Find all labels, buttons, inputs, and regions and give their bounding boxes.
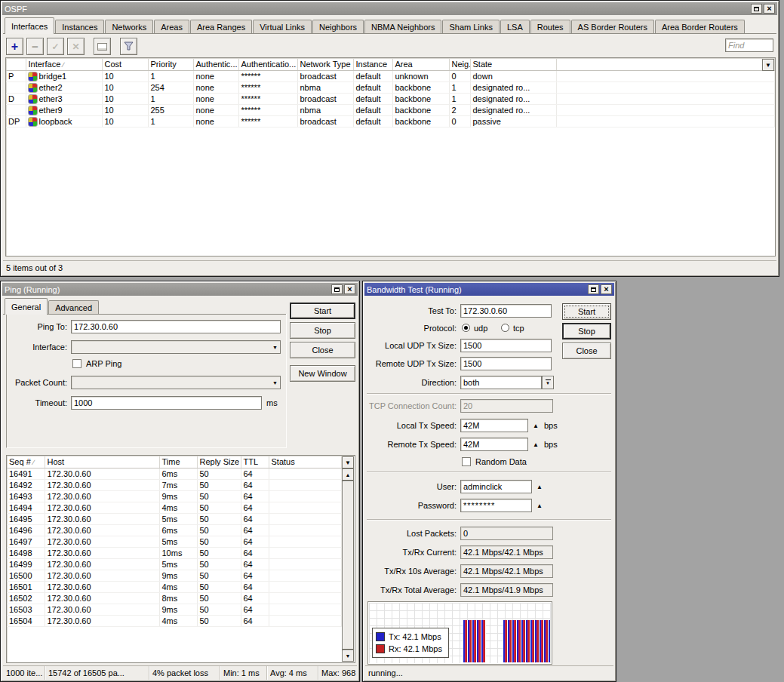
timeout-input[interactable]	[71, 396, 262, 410]
close-icon[interactable]: ×	[764, 4, 775, 14]
ping-titlebar[interactable]: Ping (Running) ×	[2, 283, 358, 296]
random-data-checkbox[interactable]	[462, 457, 471, 466]
test-to-input[interactable]	[460, 304, 552, 318]
tab-neighbors[interactable]: Neighbors	[312, 20, 364, 34]
stop-button[interactable]: Stop	[562, 323, 611, 339]
ospf-table-header[interactable]: Interface∕CostPriorityAuthentic...Authen…	[6, 58, 775, 70]
ospf-titlebar[interactable]: OSPF ×	[2, 2, 777, 15]
direction-dropdown-button[interactable]: ▼	[542, 376, 554, 389]
maximize-icon[interactable]	[588, 284, 599, 294]
ospf-header-filter-button[interactable]: ▼	[762, 59, 774, 71]
column-header[interactable]: Network Type	[297, 58, 353, 70]
close-icon[interactable]: ×	[344, 284, 355, 294]
tab-lsa[interactable]: LSA	[500, 20, 530, 34]
column-header[interactable]: Priority	[148, 58, 193, 70]
spin-up-icon[interactable]: ▲	[537, 484, 543, 490]
table-row[interactable]: ether910255none******nbmadefaultbackbone…	[6, 104, 775, 115]
protocol-udp-radio[interactable]	[462, 324, 470, 332]
scroll-down-button[interactable]: ▼	[342, 650, 354, 662]
scrollbar-thumb[interactable]	[342, 481, 354, 650]
remote-udp-size-input[interactable]	[460, 357, 552, 370]
disable-button[interactable]: ✕	[67, 38, 85, 55]
find-input[interactable]	[725, 38, 773, 52]
column-header[interactable]: Instance	[353, 58, 392, 70]
close-icon[interactable]: ×	[601, 284, 612, 294]
remote-tx-speed-input[interactable]	[460, 438, 528, 451]
packet-count-combo[interactable]: ▼	[71, 376, 281, 389]
table-row[interactable]: DPloopback101none******broadcastdefaultb…	[6, 115, 775, 127]
column-header[interactable]: Time	[159, 456, 197, 468]
filter-button[interactable]	[120, 38, 137, 55]
table-row[interactable]: 16497172.30.0.605ms5064	[7, 536, 343, 547]
ping-scrollbar[interactable]: ▲ ▼	[342, 468, 354, 662]
tab-nbma-neighbors[interactable]: NBMA Neighbors	[364, 20, 441, 34]
comment-button[interactable]	[94, 38, 111, 55]
ping-to-input[interactable]	[71, 320, 281, 333]
table-row[interactable]: 16493172.30.0.609ms5064	[7, 490, 343, 502]
maximize-icon[interactable]	[331, 284, 343, 294]
tab-instances[interactable]: Instances	[55, 20, 104, 34]
column-header[interactable]: Authentic...	[193, 58, 238, 70]
table-row[interactable]: 16494172.30.0.604ms5064	[7, 502, 343, 513]
table-row[interactable]: 16504172.30.0.604ms5064	[7, 615, 343, 626]
tab-virtual-links[interactable]: Virtual Links	[253, 20, 312, 34]
tab-area-ranges[interactable]: Area Ranges	[190, 20, 252, 34]
tab-routes[interactable]: Routes	[530, 20, 570, 34]
protocol-tcp-radio[interactable]	[501, 324, 509, 332]
tab-areas[interactable]: Areas	[154, 20, 189, 34]
column-header[interactable]: Status	[269, 456, 341, 468]
table-row[interactable]: ether210254none******nbmadefaultbackbone…	[6, 81, 775, 93]
tab-general[interactable]: General	[5, 298, 48, 315]
tab-area-border-routers[interactable]: Area Border Routers	[655, 20, 745, 34]
table-row[interactable]: 16496172.30.0.606ms5064	[7, 524, 343, 536]
table-row[interactable]: 16499172.30.0.605ms5064	[7, 558, 343, 570]
column-header[interactable]: Host	[45, 456, 159, 468]
local-udp-size-input[interactable]	[460, 339, 552, 352]
table-row[interactable]: 16500172.30.0.609ms5064	[7, 570, 343, 581]
column-header[interactable]: Cost	[102, 58, 148, 70]
column-header[interactable]: Reply Size	[197, 456, 241, 468]
column-header[interactable]: TTL	[241, 456, 269, 468]
column-header[interactable]: Authenticatio...	[238, 58, 297, 70]
tab-advanced[interactable]: Advanced	[48, 300, 99, 315]
tab-as-border-routers[interactable]: AS Border Routers	[571, 20, 654, 34]
spin-up-icon[interactable]: ▲	[533, 441, 539, 448]
table-row[interactable]: 16492172.30.0.607ms5064	[7, 479, 343, 490]
interface-combo[interactable]: ▼	[71, 340, 281, 354]
table-row[interactable]: Pbridge1101none******broadcastdefaultunk…	[6, 70, 775, 81]
spin-up-icon[interactable]: ▲	[537, 502, 543, 509]
stop-button[interactable]: Stop	[290, 322, 355, 339]
spin-up-icon[interactable]: ▲	[533, 422, 539, 429]
table-row[interactable]: Dether3101none******broadcastdefaultback…	[6, 93, 775, 104]
column-header[interactable]: Interface∕	[26, 58, 102, 70]
direction-combo[interactable]: both	[460, 376, 542, 389]
ping-header-filter-button[interactable]: ▼	[342, 456, 354, 468]
start-button[interactable]: Start	[290, 303, 355, 319]
tab-sham-links[interactable]: Sham Links	[442, 20, 499, 34]
user-input[interactable]	[460, 480, 532, 493]
table-row[interactable]: 16491172.30.0.606ms5064	[7, 468, 343, 479]
local-tx-speed-input[interactable]	[460, 419, 528, 432]
new-window-button[interactable]: New Window	[290, 365, 355, 382]
maximize-icon[interactable]	[751, 4, 762, 14]
tab-interfaces[interactable]: Interfaces	[5, 17, 54, 34]
remove-button[interactable]: −	[26, 38, 44, 55]
column-header[interactable]: State	[470, 58, 556, 70]
scroll-up-button[interactable]: ▲	[342, 468, 354, 481]
column-header[interactable]	[6, 58, 26, 70]
table-row[interactable]: 16502172.30.0.608ms5064	[7, 592, 343, 604]
start-button[interactable]: Start	[562, 303, 611, 320]
tab-networks[interactable]: Networks	[105, 20, 153, 34]
column-header[interactable]: Area	[392, 58, 449, 70]
enable-button[interactable]: ✓	[47, 38, 64, 55]
add-button[interactable]: +	[6, 38, 23, 55]
column-header[interactable]: Seq #∕	[7, 456, 45, 468]
table-row[interactable]: 16495172.30.0.605ms5064	[7, 513, 343, 524]
table-row[interactable]: 16498172.30.0.6010ms5064	[7, 547, 343, 558]
bandwidth-titlebar[interactable]: Bandwidth Test (Running) ×	[364, 283, 614, 296]
column-header[interactable]: Neig...	[449, 58, 470, 70]
ping-table-header[interactable]: Seq #∕HostTimeReply SizeTTLStatus	[7, 456, 343, 468]
password-input[interactable]	[460, 499, 532, 512]
table-row[interactable]: 16503172.30.0.609ms5064	[7, 604, 343, 615]
arp-ping-checkbox[interactable]	[72, 359, 81, 368]
